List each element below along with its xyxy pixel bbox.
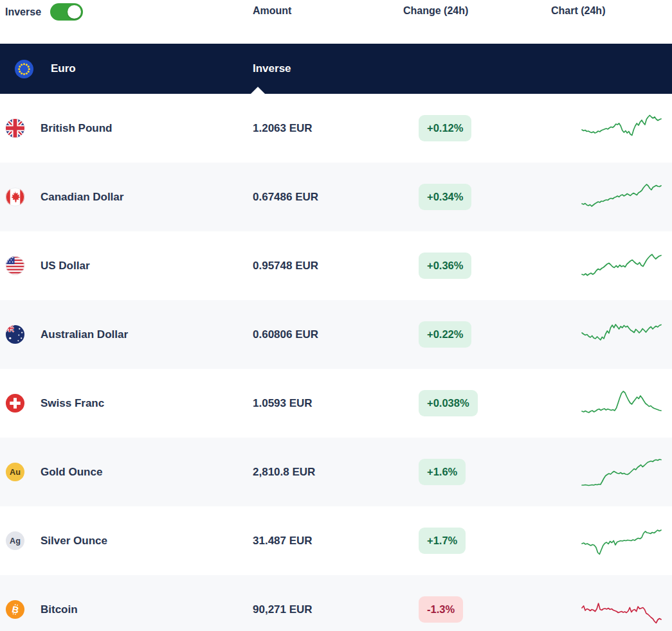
- row-bitcoin[interactable]: B Bitcoin 90,271 EUR -1.3%: [0, 575, 672, 631]
- silver-ag-icon: Ag: [5, 531, 25, 551]
- sparkline-chart: [582, 454, 661, 490]
- currency-amount: 2,810.8 EUR: [253, 466, 403, 479]
- uk-flag-icon: [5, 118, 25, 138]
- column-header-change: Change (24h): [403, 3, 551, 17]
- change-badge: +0.34%: [419, 184, 471, 210]
- change-badge: +0.22%: [419, 321, 471, 348]
- sparkline-chart: [582, 179, 661, 215]
- currency-name: Bitcoin: [41, 603, 78, 616]
- column-header-chart: Chart (24h): [551, 3, 672, 17]
- inverse-toggle-label: Inverse: [5, 6, 41, 18]
- row-australian-dollar[interactable]: Australian Dollar 0.60806 EUR +0.22%: [0, 300, 672, 369]
- sparkline-chart: [582, 317, 661, 353]
- sparkline-chart: [582, 523, 661, 559]
- currency-name: Swiss Franc: [41, 397, 104, 410]
- change-badge: +0.36%: [419, 253, 471, 279]
- currency-amount: 1.2063 EUR: [253, 122, 403, 135]
- row-gold-ounce[interactable]: Au Gold Ounce 2,810.8 EUR +1.6%: [0, 438, 672, 506]
- change-badge: -1.3%: [419, 596, 463, 623]
- sparkline-chart: [582, 592, 661, 628]
- toggle-knob: [68, 5, 81, 19]
- currency-name: Canadian Dollar: [41, 191, 123, 204]
- gold-au-icon: Au: [5, 462, 25, 482]
- currency-name: Silver Ounce: [41, 535, 107, 547]
- base-currency-row: Euro Inverse: [0, 44, 672, 94]
- row-british-pound[interactable]: British Pound 1.2063 EUR +0.12%: [0, 94, 672, 163]
- base-mode-label: Inverse: [253, 62, 403, 75]
- row-silver-ounce[interactable]: Ag Silver Ounce 31.487 EUR +1.7%: [0, 506, 672, 575]
- change-badge: +0.038%: [419, 390, 478, 416]
- canada-flag-icon: [5, 187, 25, 207]
- switzerland-flag-icon: [5, 393, 25, 413]
- column-header-amount: Amount: [253, 3, 403, 17]
- bitcoin-icon: B: [5, 600, 25, 619]
- currency-amount: 0.67486 EUR: [253, 191, 403, 204]
- inverse-toggle[interactable]: [50, 3, 83, 21]
- currency-name: British Pound: [41, 122, 112, 135]
- table-header: Inverse Amount Change (24h) Chart (24h): [0, 0, 672, 44]
- currency-amount: 0.95748 EUR: [253, 260, 403, 272]
- currency-amount: 1.0593 EUR: [253, 397, 403, 410]
- sparkline-chart: [582, 386, 661, 422]
- australia-flag-icon: [5, 324, 25, 344]
- currency-name: US Dollar: [41, 260, 90, 272]
- currency-amount: 31.487 EUR: [253, 535, 403, 547]
- change-badge: +1.6%: [419, 459, 466, 485]
- currency-name: Gold Ounce: [41, 466, 102, 479]
- pointer-notch: [251, 87, 265, 94]
- base-currency-name: Euro: [51, 62, 76, 75]
- svg-text:Ag: Ag: [10, 537, 21, 546]
- row-swiss-franc[interactable]: Swiss Franc 1.0593 EUR +0.038%: [0, 369, 672, 438]
- svg-text:Au: Au: [10, 468, 21, 477]
- rows-container: British Pound 1.2063 EUR +0.12%: [0, 94, 672, 631]
- sparkline-chart: [582, 248, 661, 284]
- eu-flag-icon: [14, 59, 34, 79]
- currency-amount: 90,271 EUR: [253, 603, 403, 616]
- us-flag-icon: [5, 256, 25, 276]
- change-badge: +0.12%: [419, 115, 471, 141]
- currency-rates-table: Inverse Amount Change (24h) Chart (24h): [0, 0, 672, 631]
- sparkline-chart: [582, 111, 661, 147]
- change-badge: +1.7%: [419, 528, 466, 554]
- row-canadian-dollar[interactable]: Canadian Dollar 0.67486 EUR +0.34%: [0, 163, 672, 231]
- row-us-dollar[interactable]: US Dollar 0.95748 EUR +0.36%: [0, 231, 672, 300]
- currency-name: Australian Dollar: [41, 328, 128, 341]
- currency-amount: 0.60806 EUR: [253, 328, 403, 341]
